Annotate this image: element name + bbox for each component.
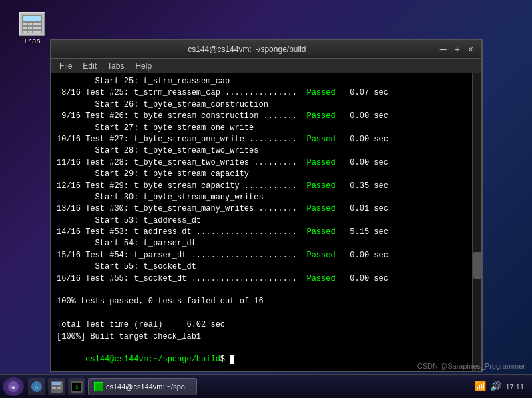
desktop-icon-calculator[interactable]: Tras <box>12 12 52 45</box>
terminal-line: 13/16 Test #30: t_byte_stream_many_write… <box>57 203 476 215</box>
svg-text:⌂: ⌂ <box>35 385 38 391</box>
terminal-line: Start 55: t_socket_dt <box>57 261 476 273</box>
scrollbar-thumb[interactable] <box>473 252 481 279</box>
network-icon: 📶 <box>475 381 486 392</box>
terminal-menubar: File Edit Tabs Help <box>51 59 481 73</box>
terminal-built: [100%] Built target check_lab1 <box>57 331 476 343</box>
start-button[interactable]: ❋ <box>3 377 24 396</box>
taskbar-launcher-3[interactable]: $ <box>68 378 85 395</box>
terminal-line: Start 29: t_byte_stream_capacity <box>57 169 476 180</box>
terminal-cursor: $ <box>220 355 235 364</box>
svg-rect-10 <box>28 31 32 33</box>
taskbar-launcher-2[interactable] <box>48 378 65 395</box>
terminal-title: cs144@cs144vm: ~/sponge/build <box>57 45 437 54</box>
terminal-line: Start 53: t_address_dt <box>57 215 476 227</box>
terminal-window-controls: ─ + × <box>437 44 476 55</box>
close-button[interactable]: × <box>465 44 476 55</box>
terminal-line: 15/16 Test #54: t_parser_dt ............… <box>57 250 476 261</box>
calculator-icon <box>19 12 45 36</box>
svg-rect-1 <box>23 16 41 21</box>
svg-rect-3 <box>28 23 32 25</box>
svg-rect-5 <box>37 23 41 25</box>
terminal-window: cs144@cs144vm: ~/sponge/build ─ + × File… <box>50 39 483 372</box>
terminal-line: 16/16 Test #55: t_socket_dt ............… <box>57 273 476 285</box>
terminal-line <box>57 308 476 319</box>
terminal-line: 10/16 Test #27: t_byte_stream_one_write … <box>57 134 476 145</box>
svg-rect-8 <box>33 27 41 29</box>
minimize-button[interactable]: ─ <box>437 44 449 55</box>
svg-rect-4 <box>33 23 37 25</box>
desktop-icon-label: Tras <box>23 37 41 45</box>
terminal-line: Start 30: t_byte_stream_many_writes <box>57 192 476 203</box>
terminal-line: 9/16 Test #26: t_byte_stream_constructio… <box>57 111 476 122</box>
svg-rect-19 <box>57 387 61 389</box>
terminal-line: Start 28: t_byte_stream_two_writes <box>57 145 476 157</box>
svg-rect-7 <box>28 27 32 29</box>
terminal-line: 11/16 Test #28: t_byte_stream_two_writes… <box>57 157 476 169</box>
taskbar-task-icon <box>94 382 103 391</box>
taskbar-task-terminal[interactable]: cs144@cs144vm: ~/spo... <box>88 378 197 395</box>
taskbar-task-label: cs144@cs144vm: ~/spo... <box>106 383 191 391</box>
menu-tabs[interactable]: Tabs <box>102 61 129 71</box>
terminal-summary: 100% tests passed, 0 tests failed out of… <box>57 296 476 307</box>
terminal-prompt-line: cs144@cs144vm:~/sponge/build$ <box>57 343 476 371</box>
svg-rect-2 <box>23 23 27 25</box>
terminal-line: Start 26: t_byte_stream_construction <box>57 99 476 111</box>
terminal-scrollbar[interactable] <box>472 73 481 371</box>
svg-rect-11 <box>33 31 41 33</box>
watermark: CSDN @Sarapines_Programmer <box>417 362 525 370</box>
taskbar: ❋ ⌂ $ cs144@cs144vm: ~/spo... 📶 🔊 17:11 <box>0 374 532 398</box>
terminal-line: Start 25: t_strm_reassem_cap <box>57 76 476 87</box>
terminal-line: 8/16 Test #25: t_strm_reassem_cap ......… <box>57 87 476 99</box>
terminal-output[interactable]: Start 25: t_strm_reassem_cap 8/16 Test #… <box>51 73 481 371</box>
svg-text:❋: ❋ <box>11 384 15 391</box>
menu-edit[interactable]: Edit <box>77 61 102 71</box>
terminal-line: 12/16 Test #29: t_byte_stream_capacity .… <box>57 181 476 192</box>
taskbar-launcher-1[interactable]: ⌂ <box>28 378 45 395</box>
svg-rect-6 <box>23 27 27 29</box>
svg-rect-17 <box>52 382 61 385</box>
terminal-line: Start 54: t_parser_dt <box>57 238 476 249</box>
svg-rect-9 <box>23 31 27 33</box>
clock: 17:11 <box>505 383 524 391</box>
menu-file[interactable]: File <box>54 61 77 71</box>
terminal-titlebar: cs144@cs144vm: ~/sponge/build ─ + × <box>51 40 481 59</box>
terminal-line: 14/16 Test #53: t_address_dt ...........… <box>57 227 476 238</box>
taskbar-tray: 📶 🔊 17:11 <box>469 381 529 392</box>
volume-icon[interactable]: 🔊 <box>490 381 501 392</box>
maximize-button[interactable]: + <box>452 44 463 55</box>
taskbar-items: ⌂ $ cs144@cs144vm: ~/spo... <box>28 378 469 395</box>
menu-help[interactable]: Help <box>129 61 157 71</box>
terminal-line: Start 27: t_byte_stream_one_write <box>57 123 476 134</box>
svg-rect-18 <box>52 387 56 389</box>
terminal-time: Total Test time (real) = 6.02 sec <box>57 319 476 331</box>
terminal-line <box>57 285 476 296</box>
svg-text:$: $ <box>75 385 78 390</box>
terminal-prompt-text: cs144@cs144vm:~/sponge/build <box>85 355 220 364</box>
